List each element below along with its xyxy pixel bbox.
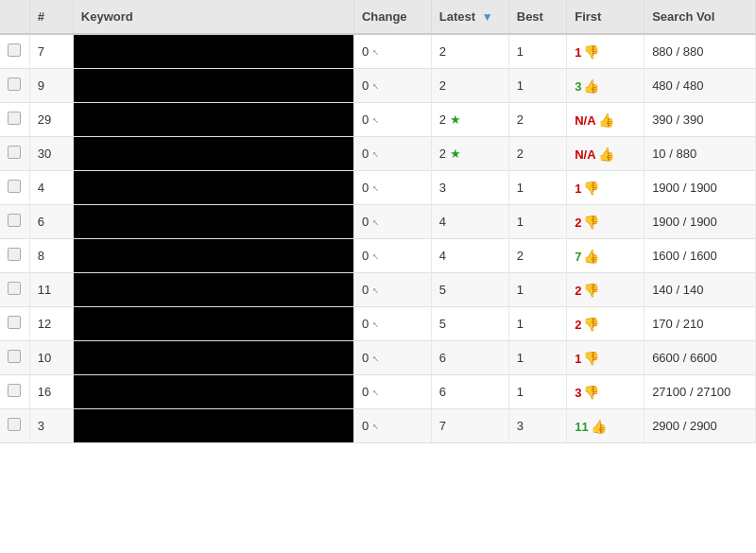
row-best: 1	[508, 375, 566, 409]
row-keyword	[73, 375, 353, 409]
row-search-vol: 140 / 140	[644, 273, 756, 307]
row-checkbox[interactable]	[8, 384, 21, 397]
arrow-icon: ↑	[369, 319, 380, 330]
row-number: 3	[29, 409, 73, 443]
row-change: 0 ↑	[353, 137, 431, 171]
row-number: 11	[29, 273, 73, 307]
row-checkbox[interactable]	[8, 248, 21, 261]
row-best: 3	[508, 409, 566, 443]
row-number: 4	[29, 171, 73, 205]
row-change: 0 ↑	[353, 273, 431, 307]
row-first: 1👎	[567, 34, 644, 69]
table-row: 12 0 ↑512👎170 / 210	[0, 307, 756, 341]
row-best: 2	[508, 137, 566, 171]
star-icon: ★	[446, 112, 461, 127]
thumb-icon: 👎	[583, 385, 599, 400]
row-first: 1👎	[567, 341, 644, 375]
row-latest: 2 ★	[431, 103, 508, 137]
row-checkbox-cell	[0, 273, 29, 307]
row-search-vol: 1900 / 1900	[644, 171, 756, 205]
row-change: 0 ↑	[353, 409, 431, 443]
first-value: N/A	[575, 147, 595, 162]
header-hash: #	[29, 0, 73, 34]
thumb-icon: 👍	[583, 249, 599, 264]
row-checkbox[interactable]	[8, 43, 21, 57]
first-value: 2	[575, 284, 581, 298]
header-search-vol: Search Vol	[644, 0, 756, 34]
row-best: 1	[508, 307, 566, 341]
row-checkbox-cell	[0, 171, 29, 205]
row-number: 7	[29, 34, 73, 69]
row-latest: 7	[431, 409, 508, 443]
arrow-icon: ↑	[369, 251, 380, 262]
thumb-icon: 👎	[583, 317, 599, 332]
row-first: N/A👍	[567, 137, 644, 171]
row-keyword	[73, 171, 353, 205]
row-search-vol: 6600 / 6600	[644, 341, 756, 375]
table-row: 8 0 ↑427👍1600 / 1600	[0, 239, 756, 273]
row-change: 0 ↑	[353, 375, 431, 409]
rankings-table: # Keyword Change Latest ▼ Best First Sea…	[0, 0, 756, 443]
row-best: 2	[508, 239, 566, 273]
row-keyword	[73, 205, 353, 239]
first-value: N/A	[575, 113, 595, 128]
sort-icon[interactable]: ▼	[482, 10, 493, 24]
thumb-icon: 👎	[583, 283, 599, 298]
table-row: 10 0 ↑611👎6600 / 6600	[0, 341, 756, 375]
arrow-icon: ↑	[369, 285, 380, 296]
row-number: 9	[29, 69, 73, 103]
row-checkbox[interactable]	[8, 316, 21, 329]
row-search-vol: 170 / 210	[644, 307, 756, 341]
thumb-icon: 👎	[583, 44, 599, 60]
row-checkbox[interactable]	[8, 418, 21, 431]
row-keyword	[73, 137, 353, 171]
arrow-icon: ↑	[369, 421, 380, 432]
arrow-icon: ↑	[369, 46, 380, 58]
row-keyword	[73, 307, 353, 341]
first-value: 2	[575, 318, 581, 332]
row-change: 0 ↑	[353, 171, 431, 205]
row-checkbox[interactable]	[8, 112, 21, 125]
row-number: 10	[29, 341, 73, 375]
row-checkbox[interactable]	[8, 282, 21, 295]
thumb-icon: 👎	[583, 181, 599, 196]
table-row: 9 0 ↑213👍480 / 480	[0, 69, 756, 103]
header-latest[interactable]: Latest ▼	[431, 0, 508, 34]
row-search-vol: 27100 / 27100	[644, 375, 756, 409]
table-row: 7 0 ↑211👎880 / 880	[0, 34, 756, 69]
row-checkbox[interactable]	[8, 78, 21, 91]
row-checkbox-cell	[0, 307, 29, 341]
row-search-vol: 1600 / 1600	[644, 239, 756, 273]
arrow-icon: ↑	[369, 387, 380, 398]
first-value: 11	[575, 420, 588, 434]
arrow-icon: ↑	[369, 148, 380, 160]
row-first: 2👎	[567, 205, 644, 239]
row-change: 0 ↑	[353, 34, 431, 69]
first-value: 1	[575, 352, 581, 366]
header-first: First	[567, 0, 644, 34]
row-number: 29	[29, 103, 73, 137]
row-first: N/A👍	[567, 103, 644, 137]
row-best: 1	[508, 273, 566, 307]
row-checkbox[interactable]	[8, 146, 21, 159]
row-checkbox-cell	[0, 239, 29, 273]
row-keyword	[73, 273, 353, 307]
row-checkbox[interactable]	[8, 214, 21, 227]
row-checkbox-cell	[0, 375, 29, 409]
arrow-icon: ↑	[369, 80, 380, 92]
row-best: 1	[508, 171, 566, 205]
table-row: 4 0 ↑311👎1900 / 1900	[0, 171, 756, 205]
row-change: 0 ↑	[353, 239, 431, 273]
row-checkbox[interactable]	[8, 350, 21, 363]
row-checkbox-cell	[0, 409, 29, 443]
row-keyword	[73, 103, 353, 137]
row-first: 7👍	[567, 239, 644, 273]
row-checkbox-cell	[0, 137, 29, 171]
row-latest: 3	[431, 171, 508, 205]
first-value: 2	[575, 216, 581, 230]
row-first: 3👍	[567, 69, 644, 103]
row-best: 1	[508, 341, 566, 375]
first-value: 3	[575, 79, 581, 94]
row-search-vol: 10 / 880	[644, 137, 756, 171]
row-checkbox[interactable]	[8, 180, 21, 193]
